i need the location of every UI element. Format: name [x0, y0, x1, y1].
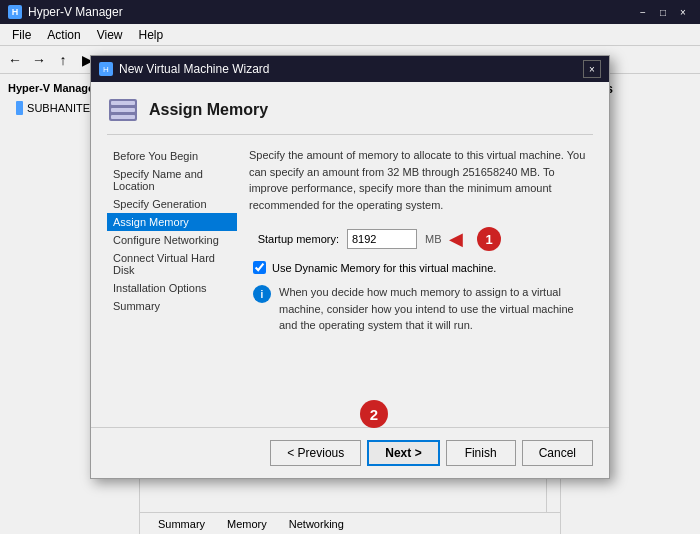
wizard-nav-installation[interactable]: Installation Options: [107, 279, 237, 297]
wizard-nav-before-you-begin[interactable]: Before You Begin: [107, 147, 237, 165]
wizard-nav-assign-memory[interactable]: Assign Memory: [107, 213, 237, 231]
annotation-badge-2: 2: [360, 400, 388, 428]
wizard-nav-name-location[interactable]: Specify Name and Location: [107, 165, 237, 195]
wizard-body: Specify the amount of memory to allocate…: [249, 147, 593, 407]
previous-button[interactable]: < Previous: [270, 440, 361, 466]
memory-icon: [109, 99, 137, 121]
dynamic-memory-checkbox[interactable]: [253, 261, 266, 274]
memory-header-icon: [107, 94, 139, 126]
modal-overlay: H New Virtual Machine Wizard × Assign Me…: [0, 0, 700, 534]
wizard-nav-summary[interactable]: Summary: [107, 297, 237, 315]
modal-heading: Assign Memory: [149, 101, 268, 119]
info-icon: i: [253, 285, 271, 303]
wizard-description: Specify the amount of memory to allocate…: [249, 147, 593, 213]
next-button[interactable]: Next >: [367, 440, 439, 466]
dynamic-memory-row: Use Dynamic Memory for this virtual mach…: [253, 261, 593, 274]
startup-memory-row: Startup memory: MB ◀ 1: [249, 227, 593, 251]
memory-chip-3: [111, 115, 135, 119]
info-row: i When you decide how much memory to ass…: [253, 284, 593, 334]
memory-chip-1: [111, 101, 135, 105]
wizard-nav-hard-disk[interactable]: Connect Virtual Hard Disk: [107, 249, 237, 279]
startup-memory-label: Startup memory:: [249, 233, 339, 245]
info-text: When you decide how much memory to assig…: [279, 284, 593, 334]
wizard-nav-generation[interactable]: Specify Generation: [107, 195, 237, 213]
dynamic-memory-label: Use Dynamic Memory for this virtual mach…: [272, 262, 496, 274]
memory-unit: MB: [425, 233, 445, 245]
modal-header-section: Assign Memory: [107, 94, 593, 135]
finish-button[interactable]: Finish: [446, 440, 516, 466]
memory-chip-2: [111, 108, 135, 112]
wizard-layout: Before You Begin Specify Name and Locati…: [107, 147, 593, 407]
annotation-badge-1: 1: [477, 227, 501, 251]
modal-dialog: H New Virtual Machine Wizard × Assign Me…: [90, 55, 610, 479]
modal-app-icon: H: [99, 62, 113, 76]
modal-close-button[interactable]: ×: [583, 60, 601, 78]
modal-footer: 2 < Previous Next > Finish Cancel: [91, 427, 609, 478]
modal-title: New Virtual Machine Wizard: [119, 62, 270, 76]
modal-content: Assign Memory Before You Begin Specify N…: [91, 82, 609, 419]
annotation-arrow-1: ◀: [449, 228, 463, 250]
modal-title-bar: H New Virtual Machine Wizard ×: [91, 56, 609, 82]
wizard-nav-networking[interactable]: Configure Networking: [107, 231, 237, 249]
cancel-button[interactable]: Cancel: [522, 440, 593, 466]
wizard-nav: Before You Begin Specify Name and Locati…: [107, 147, 237, 407]
startup-memory-input[interactable]: [347, 229, 417, 249]
